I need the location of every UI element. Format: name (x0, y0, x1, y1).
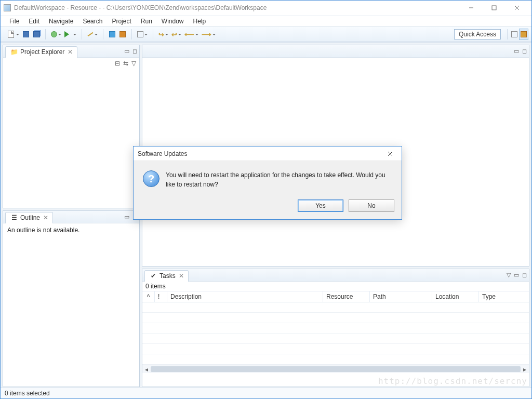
app-window: DefaultWorkspace - Resource - - C:\Users… (0, 0, 532, 399)
yes-button[interactable]: Yes (298, 200, 343, 212)
no-button[interactable]: No (349, 200, 394, 212)
question-icon: ? (143, 170, 159, 187)
dialog-body: ? You will need to restart the applicati… (134, 161, 402, 193)
close-icon (388, 151, 393, 156)
dialog-message: You will need to restart the application… (166, 170, 392, 189)
dialog-title-bar: Software Updates (134, 147, 402, 161)
dialog-buttons: Yes No (134, 193, 402, 219)
dialog-close-button[interactable] (383, 147, 397, 161)
software-updates-dialog: Software Updates ? You will need to rest… (133, 146, 402, 220)
dialog-title: Software Updates (138, 150, 383, 157)
